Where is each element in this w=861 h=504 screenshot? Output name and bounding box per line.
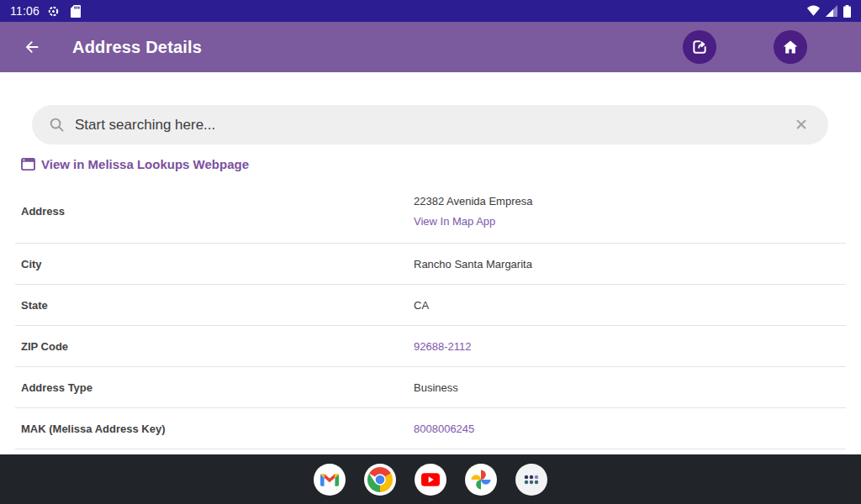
table-row-address: Address 22382 Avenida Empresa View In Ma… xyxy=(0,179,861,243)
dock xyxy=(0,454,861,504)
wifi-icon xyxy=(806,5,821,17)
row-label: Address Type xyxy=(0,381,414,394)
sdcard-icon xyxy=(71,5,81,18)
status-bar: 11:06 xyxy=(0,0,861,22)
share-icon xyxy=(691,39,708,55)
mak-link[interactable]: 8008006245 xyxy=(414,423,474,435)
melissa-webpage-link-label: View in Melissa Lookups Webpage xyxy=(41,157,249,171)
row-label: City xyxy=(0,258,414,270)
view-in-map-link[interactable]: View In Map App xyxy=(414,215,532,228)
table-row-zip: ZIP Code 92688-2112 xyxy=(0,326,861,366)
table-row-mak: MAK (Melissa Address Key) 8008006245 xyxy=(0,408,861,449)
gmail-app-icon[interactable] xyxy=(314,464,346,496)
row-label: Address xyxy=(0,205,414,218)
address-value: 22382 Avenida Empresa xyxy=(414,195,532,207)
clear-search-icon[interactable]: ✕ xyxy=(791,117,811,133)
table-row-state: State CA xyxy=(0,285,861,325)
row-label: ZIP Code xyxy=(0,340,414,353)
melissa-webpage-link[interactable]: View in Melissa Lookups Webpage xyxy=(21,157,249,171)
search-icon xyxy=(49,117,65,133)
browser-window-icon xyxy=(21,158,35,171)
photos-app-icon[interactable] xyxy=(465,464,497,496)
app-drawer-icon[interactable] xyxy=(515,464,547,496)
chrome-app-icon[interactable] xyxy=(364,464,396,496)
cell-signal-icon xyxy=(826,5,838,17)
address-details-table: Address 22382 Avenida Empresa View In Ma… xyxy=(0,179,861,449)
city-value: Rancho Santa Margarita xyxy=(414,258,532,270)
table-row-city: City Rancho Santa Margarita xyxy=(0,244,861,284)
back-button[interactable] xyxy=(15,30,49,64)
row-label: MAK (Melissa Address Key) xyxy=(0,423,414,435)
battery-icon xyxy=(843,5,851,18)
clock: 11:06 xyxy=(10,4,40,18)
gear-icon xyxy=(47,5,60,18)
share-button[interactable] xyxy=(683,30,716,64)
home-button[interactable] xyxy=(774,30,807,64)
divider xyxy=(15,449,846,449)
address-type-value: Business xyxy=(414,381,458,394)
content-area: ✕ View in Melissa Lookups Webpage Addres… xyxy=(0,105,861,487)
youtube-app-icon[interactable] xyxy=(415,464,446,496)
page-title: Address Details xyxy=(72,38,202,57)
row-label: State xyxy=(0,299,414,312)
home-icon xyxy=(782,39,799,55)
app-bar: Address Details xyxy=(0,22,861,72)
search-input[interactable] xyxy=(75,117,791,134)
state-value: CA xyxy=(414,299,429,312)
table-row-address-type: Address Type Business xyxy=(0,367,861,407)
search-bar[interactable]: ✕ xyxy=(32,105,828,144)
zip-code-link[interactable]: 92688-2112 xyxy=(414,340,471,353)
